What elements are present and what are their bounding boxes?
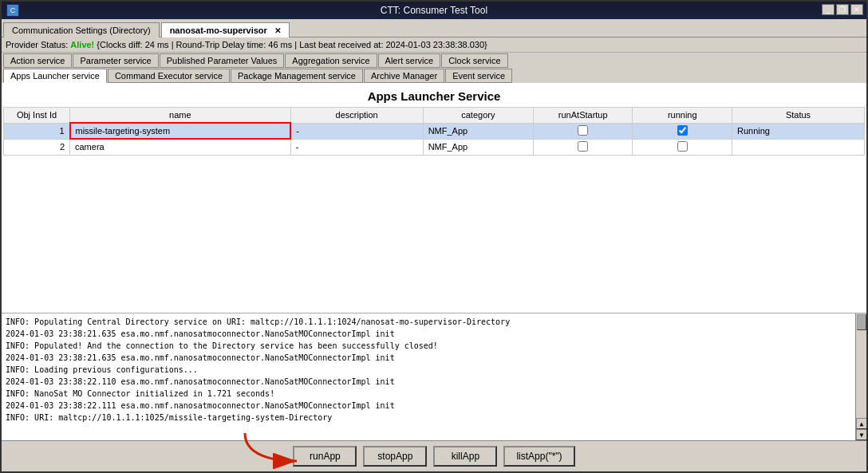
status-prefix: Provider Status: xyxy=(6,40,68,49)
log-line: INFO: NanoSat MO Connector initialized i… xyxy=(6,388,862,400)
tab-command-executor[interactable]: Command Executor service xyxy=(108,69,230,83)
table-spacer xyxy=(2,156,866,313)
log-area[interactable]: INFO: Populating Central Directory servi… xyxy=(2,313,866,440)
restore-button[interactable]: ❐ xyxy=(836,4,849,15)
window-title: CTT: Consumer Test Tool xyxy=(381,5,487,16)
cell-description: - xyxy=(290,139,423,155)
alive-status: Alive! xyxy=(70,40,97,49)
tab-parameter-service[interactable]: Parameter service xyxy=(73,53,158,68)
tab-package-management[interactable]: Package Management service xyxy=(231,69,363,83)
table-row[interactable]: 1 missile-targeting-system - NMF_App xyxy=(4,123,865,139)
close-button[interactable]: ✕ xyxy=(850,4,863,15)
cell-description: - xyxy=(290,123,423,139)
cell-name: camera xyxy=(70,139,291,155)
tab-apps-launcher[interactable]: Apps Launcher service xyxy=(3,69,107,83)
service-tabs-row2: Apps Launcher service Command Executor s… xyxy=(2,68,866,83)
col-header-category: category xyxy=(423,108,533,124)
cell-runatstartup xyxy=(533,123,633,139)
cell-category: NMF_App xyxy=(423,139,533,155)
running-checkbox-2[interactable] xyxy=(677,141,688,152)
cell-status: Running xyxy=(732,123,864,139)
tab-close-icon[interactable]: ✕ xyxy=(274,26,281,35)
main-window: C CTT: Consumer Test Tool _ ❐ ✕ Communic… xyxy=(0,0,868,473)
cell-id: 1 xyxy=(4,123,70,139)
tab-communication-settings[interactable]: Communication Settings (Directory) xyxy=(3,22,160,37)
scroll-up-button[interactable]: ▲ xyxy=(856,418,866,429)
apps-table: Obj Inst Id name description category ru… xyxy=(3,107,865,156)
content-section: Apps Launcher Service Obj Inst Id name d… xyxy=(2,83,866,440)
tab-published-params[interactable]: Published Parameter Values xyxy=(160,53,285,68)
col-header-running: running xyxy=(633,108,732,124)
run-app-button[interactable]: runApp xyxy=(293,446,357,467)
log-line: 2024-01-03 23:38:22.111 esa.mo.nmf.nanos… xyxy=(6,400,862,412)
log-line: 2024-01-03 23:38:21.635 esa.mo.nmf.nanos… xyxy=(6,328,862,340)
button-bar: runApp stopApp killApp listApp("*") xyxy=(2,440,866,471)
table-row[interactable]: 2 camera - NMF_App xyxy=(4,139,865,155)
minimize-button[interactable]: _ xyxy=(822,4,834,15)
col-header-status: Status xyxy=(732,108,864,124)
app-icon: C xyxy=(6,4,19,17)
runatstartup-checkbox-2[interactable] xyxy=(578,141,588,152)
stop-app-button[interactable]: stopApp xyxy=(363,446,427,467)
running-checkbox-1[interactable] xyxy=(677,125,688,136)
cell-category: NMF_App xyxy=(423,123,533,139)
tab-aggregation-service[interactable]: Aggregation service xyxy=(285,53,377,68)
scroll-down-button[interactable]: ▼ xyxy=(856,429,866,440)
log-line: INFO: URI: maltcp://10.1.1.1:1025/missil… xyxy=(6,412,862,424)
status-details: {Clocks diff: 24 ms | Round-Trip Delay t… xyxy=(97,40,487,49)
tab-bar: Communication Settings (Directory) nanos… xyxy=(2,19,866,37)
tab-archive-manager[interactable]: Archive Manager xyxy=(364,69,444,83)
provider-status-bar: Provider Status: Alive! {Clocks diff: 24… xyxy=(2,37,866,53)
cell-name: missile-targeting-system xyxy=(70,123,291,139)
log-line: 2024-01-03 23:38:22.110 esa.mo.nmf.nanos… xyxy=(6,376,862,388)
content-title: Apps Launcher Service xyxy=(2,83,866,107)
cell-running xyxy=(633,123,732,139)
tab-action-service[interactable]: Action service xyxy=(3,53,72,68)
log-line: INFO: Populating Central Directory servi… xyxy=(6,316,862,328)
col-header-name: name xyxy=(70,108,291,124)
cell-running xyxy=(633,139,732,155)
cell-runatstartup xyxy=(533,139,633,155)
tab-event-service[interactable]: Event service xyxy=(445,69,512,83)
cell-status xyxy=(732,139,864,155)
log-scrollbar[interactable]: ▲ ▼ xyxy=(855,313,866,440)
service-tabs-row1: Action service Parameter service Publish… xyxy=(2,53,866,68)
log-line: INFO: Populated! And the connection to t… xyxy=(6,340,862,352)
list-app-button[interactable]: listApp("*") xyxy=(503,446,574,467)
runatstartup-checkbox-1[interactable] xyxy=(578,125,588,136)
scrollbar-thumb[interactable] xyxy=(857,314,866,330)
col-header-runatstartup: runAtStartup xyxy=(533,108,633,124)
window-controls: _ ❐ ✕ xyxy=(822,4,863,15)
cell-id: 2 xyxy=(4,139,70,155)
tab-clock-service[interactable]: Clock service xyxy=(441,53,507,68)
log-line: 2024-01-03 23:38:21.635 esa.mo.nmf.nanos… xyxy=(6,352,862,364)
titlebar: C CTT: Consumer Test Tool _ ❐ ✕ xyxy=(2,2,866,19)
kill-app-button[interactable]: killApp xyxy=(433,446,497,467)
table-wrapper: Obj Inst Id name description category ru… xyxy=(2,107,866,156)
col-header-description: description xyxy=(290,108,423,124)
log-line: INFO: Loading previous configurations... xyxy=(6,364,862,376)
tab-nanosat-supervisor[interactable]: nanosat-mo-supervisor ✕ xyxy=(161,22,290,37)
col-header-id: Obj Inst Id xyxy=(4,108,70,124)
tab-alert-service[interactable]: Alert service xyxy=(378,53,441,68)
